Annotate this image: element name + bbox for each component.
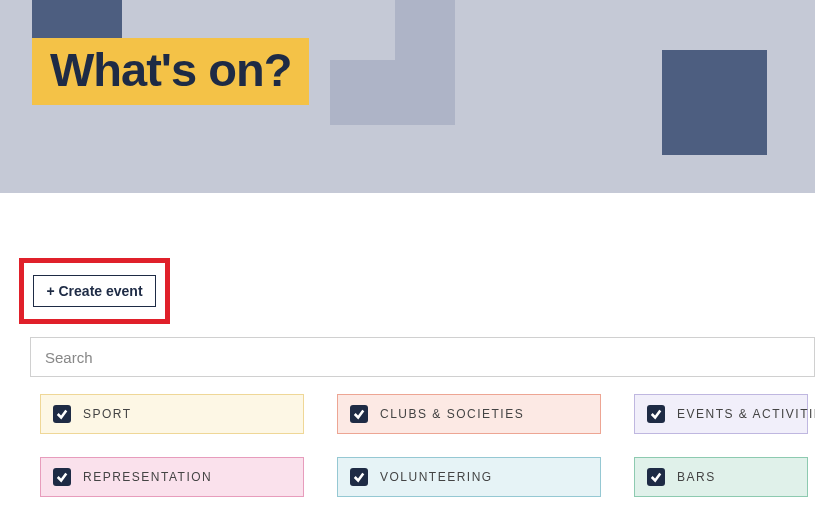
checkbox-checked-icon bbox=[350, 468, 368, 486]
filter-tag-events[interactable]: EVENTS & ACTIVITIES bbox=[634, 394, 808, 434]
hero-title-wrap: What's on? bbox=[32, 38, 309, 105]
decorative-shape-inner bbox=[330, 0, 395, 60]
decorative-shape bbox=[330, 0, 455, 125]
create-event-button[interactable]: + Create event bbox=[33, 275, 155, 307]
hero-banner: What's on? bbox=[0, 0, 815, 193]
page-title: What's on? bbox=[50, 42, 291, 97]
filter-tag-representation[interactable]: REPRESENTATION bbox=[40, 457, 304, 497]
checkbox-checked-icon bbox=[53, 405, 71, 423]
filter-label: CLUBS & SOCIETIES bbox=[380, 407, 524, 421]
filter-row: SPORT CLUBS & SOCIETIES EVENTS & ACTIVIT… bbox=[40, 394, 815, 497]
filter-label: EVENTS & ACTIVITIES bbox=[677, 407, 815, 421]
search-wrap bbox=[30, 337, 815, 377]
filter-tag-sport[interactable]: SPORT bbox=[40, 394, 304, 434]
filter-label: SPORT bbox=[83, 407, 132, 421]
tutorial-highlight: + Create event bbox=[19, 258, 170, 324]
checkbox-checked-icon bbox=[647, 405, 665, 423]
filter-label: REPRESENTATION bbox=[83, 470, 212, 484]
checkbox-checked-icon bbox=[350, 405, 368, 423]
search-input[interactable] bbox=[30, 337, 815, 377]
filter-label: VOLUNTEERING bbox=[380, 470, 493, 484]
checkbox-checked-icon bbox=[647, 468, 665, 486]
filter-tag-clubs[interactable]: CLUBS & SOCIETIES bbox=[337, 394, 601, 434]
filter-label: BARS bbox=[677, 470, 716, 484]
checkbox-checked-icon bbox=[53, 468, 71, 486]
filter-tag-bars[interactable]: BARS bbox=[634, 457, 808, 497]
filter-tag-volunteering[interactable]: VOLUNTEERING bbox=[337, 457, 601, 497]
decorative-square bbox=[32, 0, 122, 40]
decorative-square bbox=[662, 50, 767, 155]
